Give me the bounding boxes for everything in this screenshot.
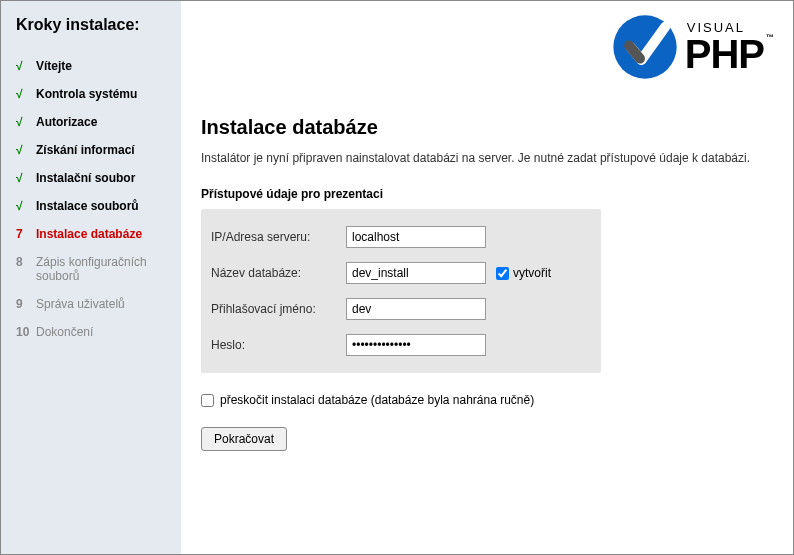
dbname-label: Název databáze:	[211, 266, 346, 280]
server-input[interactable]	[346, 226, 486, 248]
step-label: Zápis konfiguračních souborů	[36, 255, 181, 283]
skip-label: přeskočit instalaci databáze (databáze b…	[220, 393, 534, 407]
step-item: √Vítejte	[16, 52, 181, 80]
step-item: √Získání informací	[16, 136, 181, 164]
continue-button[interactable]: Pokračovat	[201, 427, 287, 451]
section-title: Přístupové údaje pro prezentaci	[201, 187, 773, 201]
server-label: IP/Adresa serveru:	[211, 230, 346, 244]
step-label: Instalační soubor	[36, 171, 135, 185]
step-label: Instalace souborů	[36, 199, 139, 213]
login-input[interactable]	[346, 298, 486, 320]
check-icon: √	[16, 87, 36, 101]
logo-text: VISUAL PHP™	[685, 21, 773, 74]
step-number: 7	[16, 227, 36, 241]
step-item: 7Instalace databáze	[16, 220, 181, 248]
create-label: vytvořit	[513, 266, 551, 280]
logo: VISUAL PHP™	[609, 11, 773, 83]
login-label: Přihlašovací jméno:	[211, 302, 346, 316]
sidebar: Kroky instalace: √Vítejte√Kontrola systé…	[1, 1, 181, 554]
check-icon: √	[16, 59, 36, 73]
check-icon: √	[16, 115, 36, 129]
step-label: Instalace databáze	[36, 227, 142, 241]
db-form: IP/Adresa serveru: Název databáze: vytvo…	[201, 209, 601, 373]
step-label: Správa uživatelů	[36, 297, 125, 311]
step-item: 9Správa uživatelů	[16, 290, 181, 318]
step-item: √Kontrola systému	[16, 80, 181, 108]
step-item: √Instalace souborů	[16, 192, 181, 220]
password-input[interactable]	[346, 334, 486, 356]
check-icon: √	[16, 171, 36, 185]
sidebar-title: Kroky instalace:	[16, 16, 181, 34]
step-item: √Autorizace	[16, 108, 181, 136]
step-item: 8Zápis konfiguračních souborů	[16, 248, 181, 290]
skip-checkbox[interactable]	[201, 394, 214, 407]
main-content: VISUAL PHP™ Instalace databáze Instaláto…	[181, 1, 793, 554]
steps-list: √Vítejte√Kontrola systému√Autorizace√Zís…	[16, 52, 181, 346]
step-label: Vítejte	[36, 59, 72, 73]
step-number: 8	[16, 255, 36, 269]
step-label: Dokončení	[36, 325, 93, 339]
step-number: 9	[16, 297, 36, 311]
step-item: 10Dokončení	[16, 318, 181, 346]
step-label: Autorizace	[36, 115, 97, 129]
step-number: 10	[16, 325, 36, 339]
check-icon: √	[16, 199, 36, 213]
password-label: Heslo:	[211, 338, 346, 352]
step-item: √Instalační soubor	[16, 164, 181, 192]
check-icon: √	[16, 143, 36, 157]
create-checkbox[interactable]	[496, 267, 509, 280]
step-label: Získání informací	[36, 143, 135, 157]
page-description: Instalátor je nyní připraven nainstalova…	[201, 149, 773, 167]
logo-icon	[609, 11, 681, 83]
page-title: Instalace databáze	[201, 116, 773, 139]
step-label: Kontrola systému	[36, 87, 137, 101]
dbname-input[interactable]	[346, 262, 486, 284]
